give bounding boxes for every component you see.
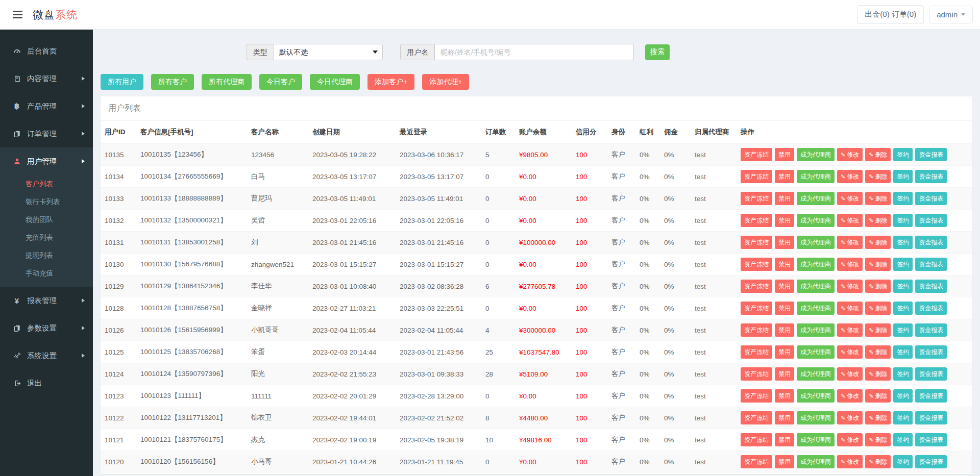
become-agent-button[interactable]: 成为代理商: [797, 367, 835, 381]
funds-report-button[interactable]: 资金报表: [915, 214, 947, 227]
today-customers-button[interactable]: 今日客户: [259, 74, 302, 90]
funds-report-button[interactable]: 资金报表: [915, 236, 947, 249]
edit-button[interactable]: ✎修改: [837, 258, 863, 271]
sidebar-subitem-customer-list[interactable]: 客户列表: [0, 175, 93, 193]
freeze-assets-button[interactable]: 资产冻结: [741, 367, 772, 381]
funds-report-button[interactable]: 资金报表: [915, 192, 947, 205]
add-agent-button[interactable]: 添加代理+: [422, 74, 469, 90]
funds-report-button[interactable]: 资金报表: [915, 433, 947, 446]
edit-button[interactable]: ✎修改: [837, 433, 863, 446]
sidebar-item-params[interactable]: 参数设置: [0, 314, 93, 342]
delete-button[interactable]: ✎删除: [865, 411, 891, 424]
delete-button[interactable]: ✎删除: [865, 236, 891, 249]
username-input[interactable]: [434, 44, 634, 60]
disable-button[interactable]: 禁用: [775, 170, 794, 183]
disable-button[interactable]: 禁用: [775, 345, 794, 359]
withdraw-orders-button[interactable]: 出金(0) 订单(0): [857, 5, 924, 24]
freeze-assets-button[interactable]: 资产冻结: [741, 302, 772, 315]
edit-button[interactable]: ✎修改: [837, 389, 863, 403]
sidebar-subitem-bank-card-list[interactable]: 银行卡列表: [0, 193, 93, 211]
funds-report-button[interactable]: 资金报表: [915, 258, 947, 271]
sign-contract-button[interactable]: 签约: [893, 148, 913, 161]
become-agent-button[interactable]: 成为代理商: [797, 214, 835, 227]
become-agent-button[interactable]: 成为代理商: [797, 148, 835, 161]
freeze-assets-button[interactable]: 资产冻结: [741, 389, 772, 403]
disable-button[interactable]: 禁用: [775, 192, 794, 205]
become-agent-button[interactable]: 成为代理商: [797, 455, 835, 468]
delete-button[interactable]: ✎删除: [865, 302, 891, 315]
disable-button[interactable]: 禁用: [775, 411, 794, 424]
sidebar-subitem-recharge-list[interactable]: 充值列表: [0, 229, 93, 246]
become-agent-button[interactable]: 成为代理商: [797, 236, 835, 249]
freeze-assets-button[interactable]: 资产冻结: [741, 258, 772, 271]
sign-contract-button[interactable]: 签约: [893, 367, 913, 381]
funds-report-button[interactable]: 资金报表: [915, 455, 947, 468]
sidebar-item-content[interactable]: 内容管理: [0, 65, 93, 92]
hamburger-menu-icon[interactable]: [11, 9, 24, 20]
freeze-assets-button[interactable]: 资产冻结: [741, 148, 772, 161]
delete-button[interactable]: ✎删除: [865, 389, 891, 403]
sign-contract-button[interactable]: 签约: [893, 389, 913, 403]
become-agent-button[interactable]: 成为代理商: [797, 433, 835, 446]
disable-button[interactable]: 禁用: [775, 258, 794, 271]
freeze-assets-button[interactable]: 资产冻结: [741, 455, 772, 468]
funds-report-button[interactable]: 资金报表: [915, 170, 947, 183]
sign-contract-button[interactable]: 签约: [893, 280, 913, 293]
delete-button[interactable]: ✎删除: [865, 280, 891, 293]
today-agents-button[interactable]: 今日代理商: [310, 74, 360, 90]
edit-button[interactable]: ✎修改: [837, 302, 863, 315]
sidebar-item-logout[interactable]: 退出: [0, 369, 93, 397]
funds-report-button[interactable]: 资金报表: [915, 367, 947, 381]
search-button[interactable]: 搜索: [645, 44, 670, 60]
edit-button[interactable]: ✎修改: [837, 170, 863, 183]
sidebar-subitem-withdraw-list[interactable]: 提现列表: [0, 246, 93, 264]
disable-button[interactable]: 禁用: [775, 280, 794, 293]
become-agent-button[interactable]: 成为代理商: [797, 345, 835, 359]
edit-button[interactable]: ✎修改: [837, 192, 863, 205]
admin-user-menu[interactable]: admin: [929, 6, 973, 23]
freeze-assets-button[interactable]: 资产冻结: [741, 411, 772, 424]
funds-report-button[interactable]: 资金报表: [915, 148, 947, 161]
delete-button[interactable]: ✎删除: [865, 214, 891, 227]
become-agent-button[interactable]: 成为代理商: [797, 170, 835, 183]
sign-contract-button[interactable]: 签约: [893, 323, 913, 337]
edit-button[interactable]: ✎修改: [837, 214, 863, 227]
freeze-assets-button[interactable]: 资产冻结: [741, 214, 772, 227]
sidebar-subitem-manual-recharge[interactable]: 手动充值: [0, 264, 93, 282]
edit-button[interactable]: ✎修改: [837, 280, 863, 293]
sign-contract-button[interactable]: 签约: [893, 302, 913, 315]
delete-button[interactable]: ✎删除: [865, 367, 891, 381]
disable-button[interactable]: 禁用: [775, 367, 794, 381]
sidebar-subitem-my-team[interactable]: 我的团队: [0, 211, 93, 229]
funds-report-button[interactable]: 资金报表: [915, 345, 947, 359]
delete-button[interactable]: ✎删除: [865, 323, 891, 337]
edit-button[interactable]: ✎修改: [837, 411, 863, 424]
edit-button[interactable]: ✎修改: [837, 148, 863, 161]
become-agent-button[interactable]: 成为代理商: [797, 302, 835, 315]
edit-button[interactable]: ✎修改: [837, 323, 863, 337]
disable-button[interactable]: 禁用: [775, 302, 794, 315]
edit-button[interactable]: ✎修改: [837, 455, 863, 468]
disable-button[interactable]: 禁用: [775, 323, 794, 337]
sign-contract-button[interactable]: 签约: [893, 345, 913, 359]
freeze-assets-button[interactable]: 资产冻结: [741, 345, 772, 359]
sign-contract-button[interactable]: 签约: [893, 236, 913, 249]
freeze-assets-button[interactable]: 资产冻结: [741, 433, 772, 446]
delete-button[interactable]: ✎删除: [865, 345, 891, 359]
sidebar-item-dashboard[interactable]: 后台首页: [0, 37, 93, 65]
sign-contract-button[interactable]: 签约: [893, 170, 913, 183]
type-select[interactable]: 默认不选: [274, 44, 383, 60]
become-agent-button[interactable]: 成为代理商: [797, 192, 835, 205]
funds-report-button[interactable]: 资金报表: [915, 411, 947, 424]
become-agent-button[interactable]: 成为代理商: [797, 258, 835, 271]
freeze-assets-button[interactable]: 资产冻结: [741, 323, 772, 337]
all-agents-button[interactable]: 所有代理商: [202, 74, 252, 90]
edit-button[interactable]: ✎修改: [837, 367, 863, 381]
sign-contract-button[interactable]: 签约: [893, 433, 913, 446]
edit-button[interactable]: ✎修改: [837, 345, 863, 359]
all-users-button[interactable]: 所有用户: [101, 74, 143, 90]
freeze-assets-button[interactable]: 资产冻结: [741, 236, 772, 249]
sign-contract-button[interactable]: 签约: [893, 411, 913, 424]
sidebar-item-orders[interactable]: 订单管理: [0, 120, 93, 147]
edit-button[interactable]: ✎修改: [837, 236, 863, 249]
